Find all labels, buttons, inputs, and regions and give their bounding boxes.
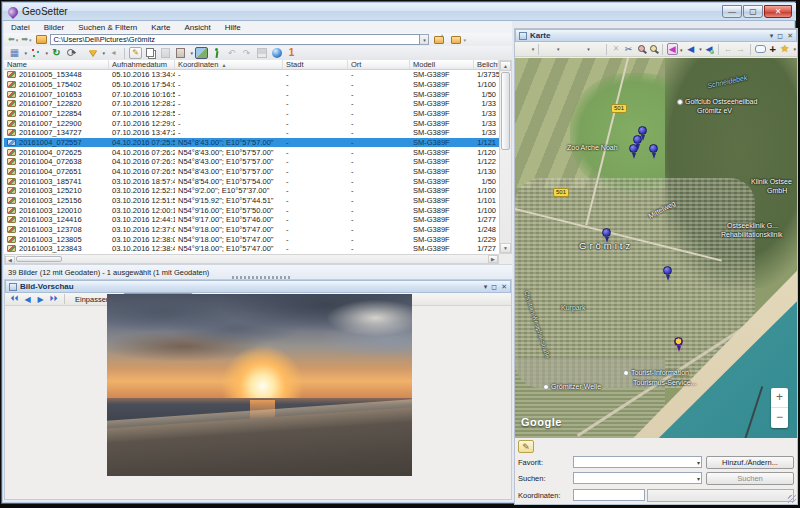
menu-item[interactable]: Hilfe xyxy=(218,21,248,33)
scroll-down-icon[interactable]: ▼ xyxy=(500,243,511,253)
pin-assign-icon[interactable] xyxy=(592,43,602,55)
nav-fwd-icon[interactable] xyxy=(735,43,745,55)
preview-panel-titlebar[interactable]: Bild-Vorschau ▾ ◻ ✕ xyxy=(5,280,511,293)
table-row[interactable]: 20161003_125156 03.10.2016 12:51:5... N5… xyxy=(4,196,499,206)
scroll-right-icon[interactable]: ▶ xyxy=(488,255,498,263)
first-image-button[interactable]: ⏴⏴ xyxy=(9,294,20,304)
table-row[interactable]: 20161007_122820 07.10.2016 12:28:20 - - … xyxy=(4,99,499,109)
column-header-aufnahmedatum[interactable]: Aufnahmedatum xyxy=(109,60,175,69)
export-image-icon[interactable] xyxy=(195,47,208,59)
table-row[interactable]: 20161003_120010 03.10.2016 12:00:10 N54°… xyxy=(4,205,499,215)
scroll-left-icon[interactable]: ◀ xyxy=(5,256,15,264)
star-icon[interactable] xyxy=(780,43,790,55)
map-marker[interactable] xyxy=(602,228,611,237)
minimize-button[interactable]: — xyxy=(722,5,742,18)
horizontal-scroll-thumb[interactable] xyxy=(16,256,62,262)
panel-menu-icon[interactable]: ▾ xyxy=(484,283,488,291)
path-input[interactable] xyxy=(50,34,420,45)
map-type-icon[interactable] xyxy=(518,43,528,55)
marker-delete-icon[interactable] xyxy=(611,43,621,55)
arrow-globe-icon[interactable] xyxy=(704,43,714,55)
map-marker[interactable] xyxy=(629,144,638,153)
column-header-name[interactable]: Name xyxy=(4,60,109,69)
koordinaten-field[interactable] xyxy=(647,489,794,502)
table-row[interactable]: 20161003_123843 03.10.2016 12:38:43 N54°… xyxy=(4,244,499,254)
table-row[interactable]: 20161007_101653 07.10.2016 10:16:53 - - … xyxy=(4,89,499,99)
panel-close-icon[interactable]: ✕ xyxy=(787,32,793,40)
column-header-koordinaten[interactable]: Koordinaten▲ xyxy=(175,60,283,69)
table-row[interactable]: 20161007_134727 07.10.2016 13:47:27 - - … xyxy=(4,128,499,138)
search-icon[interactable] xyxy=(65,47,78,59)
maximize-button[interactable]: ▢ xyxy=(743,5,763,18)
filter-icon[interactable] xyxy=(86,47,99,59)
paste-special-icon[interactable] xyxy=(174,47,187,59)
nav-back-icon[interactable] xyxy=(723,43,733,55)
table-row[interactable]: 20161003_125210 03.10.2016 12:52:10 N54°… xyxy=(4,186,499,196)
last-image-button[interactable]: ⏵⏵ xyxy=(48,294,59,304)
google-earth-icon[interactable] xyxy=(270,47,283,59)
table-row[interactable]: 20161007_122900 07.10.2016 12:29:00 - - … xyxy=(4,118,499,128)
map-marker[interactable] xyxy=(663,266,672,275)
pin-red-icon[interactable] xyxy=(561,43,571,55)
plus-icon[interactable] xyxy=(768,43,778,55)
koordinaten-input[interactable] xyxy=(573,489,645,501)
path-dropdown-icon[interactable]: ▾ xyxy=(420,34,429,45)
table-row[interactable]: 20161004_072638 04.10.2016 07:26:38 N54°… xyxy=(4,157,499,167)
counter-one-icon[interactable] xyxy=(285,47,298,59)
panel-menu-icon[interactable]: ▾ xyxy=(770,32,774,40)
table-row[interactable]: 20161005_175402 05.10.2016 17:54:01 - - … xyxy=(4,80,499,90)
table-row[interactable]: 20161004_072625 04.10.2016 07:26:25 N54°… xyxy=(4,147,499,157)
zoom-in-button[interactable]: + xyxy=(771,388,788,407)
scroll-up-icon[interactable]: ▲ xyxy=(500,61,511,71)
folder-up-button[interactable]: ↑ xyxy=(432,34,446,45)
suchen-combobox[interactable] xyxy=(573,472,702,484)
table-row[interactable]: 20161004_072651 04.10.2016 07:26:51 N54°… xyxy=(4,167,499,177)
menu-item[interactable]: Karte xyxy=(144,21,177,33)
back-dropdown-icon[interactable]: ▾ xyxy=(16,37,19,43)
bubble-icon[interactable] xyxy=(755,43,766,55)
close-button[interactable]: ✕ xyxy=(764,5,792,18)
horizontal-scrollbar[interactable]: ◀ ▶ xyxy=(4,254,499,264)
preview-photo[interactable] xyxy=(107,294,412,476)
table-row[interactable]: 20161007_122854 07.10.2016 12:28:54 - - … xyxy=(4,109,499,119)
forward-icon[interactable]: ➡ xyxy=(21,35,28,44)
map-marker[interactable] xyxy=(649,144,658,153)
save-icon[interactable] xyxy=(255,47,268,59)
walker-icon[interactable] xyxy=(210,47,223,59)
panel-float-icon[interactable]: ◻ xyxy=(777,32,783,40)
geodata-filter-icon[interactable] xyxy=(29,47,42,59)
map-marker[interactable] xyxy=(633,135,642,144)
panel-close-icon[interactable]: ✕ xyxy=(501,283,507,291)
search-button[interactable]: Suchen xyxy=(706,472,794,485)
window-titlebar[interactable]: GeoSetter — ▢ ✕ xyxy=(3,3,796,21)
table-row[interactable]: 20161003_124416 03.10.2016 12:44:16 N54°… xyxy=(4,215,499,225)
resize-grip[interactable] xyxy=(788,495,796,503)
map-canvas[interactable]: 501 501 Schneidebek Golfclub Ostseeheilb… xyxy=(515,58,797,438)
copy-icon[interactable] xyxy=(144,47,157,59)
small-toggle-icon[interactable] xyxy=(107,47,120,59)
folder-open-button[interactable] xyxy=(449,34,463,45)
menu-item[interactable]: Suchen & Filtern xyxy=(71,21,144,33)
table-row[interactable]: 20161005_153448 05.10.2016 13:34:48 - - … xyxy=(4,70,499,80)
map-panel-titlebar[interactable]: Karte ▾ ◻ ✕ xyxy=(515,29,797,42)
previous-image-button[interactable]: ◀ xyxy=(22,295,33,304)
forward-dropdown-icon[interactable]: ▾ xyxy=(29,37,32,43)
column-header-belichtung[interactable]: Belichtu xyxy=(474,60,499,69)
redo-icon[interactable] xyxy=(240,47,253,59)
pin-magenta-icon[interactable] xyxy=(543,43,553,55)
add-change-button[interactable]: Hinzuf./Ändern... xyxy=(706,456,794,469)
table-view-icon[interactable] xyxy=(8,47,21,59)
table-row[interactable]: 20161003_185741 03.10.2016 18:57:41 N54°… xyxy=(4,176,499,186)
vertical-scrollbar[interactable]: ▲ ▼ xyxy=(499,60,512,254)
table-row[interactable]: 20161003_123708 03.10.2016 12:37:07 N54°… xyxy=(4,225,499,235)
table-row[interactable]: 20161004_072557 04.10.2016 07:25:57 N54°… xyxy=(4,138,499,148)
zoom-sel-icon[interactable] xyxy=(636,43,646,55)
undo-icon[interactable] xyxy=(225,47,238,59)
menu-item[interactable]: Ansicht xyxy=(177,21,217,33)
folder-open-dropdown-icon[interactable]: ▾ xyxy=(463,37,466,43)
table-row[interactable]: 20161003_123805 03.10.2016 12:38:05 N54°… xyxy=(4,234,499,244)
menu-item[interactable]: Datei xyxy=(4,21,37,33)
menu-item[interactable]: Bilder xyxy=(37,21,71,33)
column-header-stadt[interactable]: Stadt xyxy=(283,60,348,69)
paste-icon[interactable] xyxy=(159,47,172,59)
